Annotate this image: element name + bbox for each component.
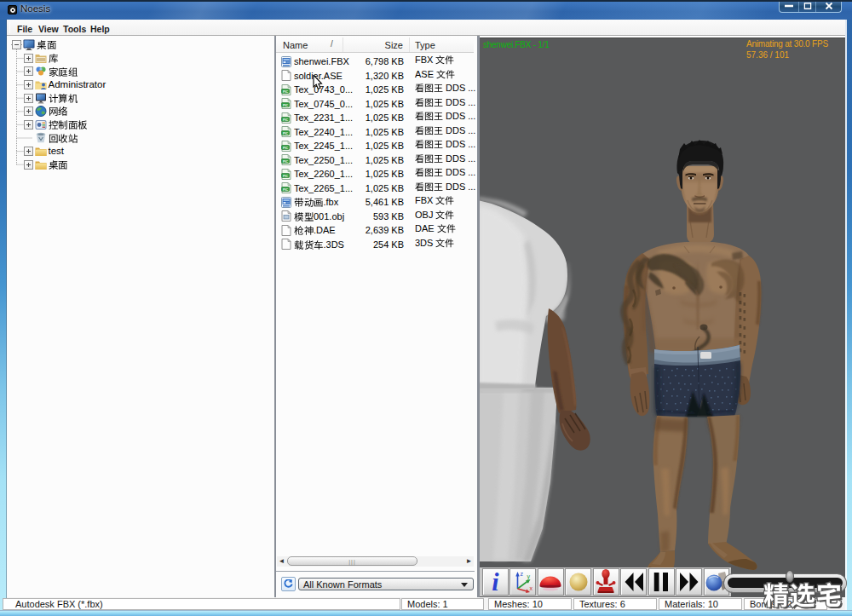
svg-text:x: x xyxy=(529,585,532,591)
svg-text:i: i xyxy=(492,569,500,595)
svg-text:y: y xyxy=(527,573,530,580)
svg-text:PIC: PIC xyxy=(283,188,288,192)
svg-text:PIC: PIC xyxy=(283,174,288,177)
svg-text:PIC: PIC xyxy=(283,132,288,135)
svg-text:PIC: PIC xyxy=(283,146,288,149)
svg-text:PIC: PIC xyxy=(283,118,288,121)
svg-text:z: z xyxy=(520,571,523,577)
svg-text:PIC: PIC xyxy=(283,160,288,164)
svg-text:PIC: PIC xyxy=(283,104,288,107)
svg-text:PIC: PIC xyxy=(283,89,288,93)
